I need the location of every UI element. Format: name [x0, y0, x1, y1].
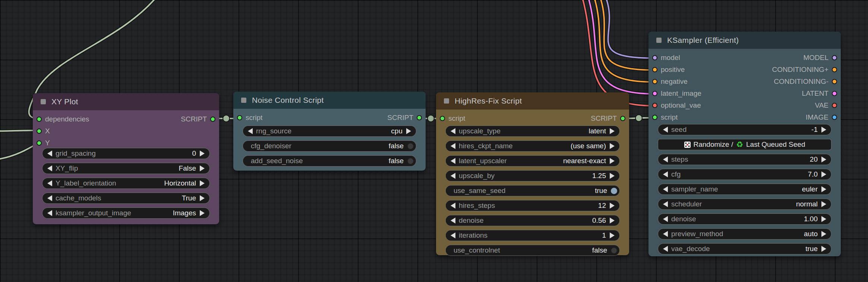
widget-denoise[interactable]: denoise0.56 — [445, 215, 620, 226]
combo-left-arrow-icon[interactable] — [47, 210, 52, 216]
output-slot-dot[interactable] — [832, 115, 837, 120]
link-center-dot[interactable] — [427, 115, 434, 122]
combo-left-arrow-icon[interactable] — [451, 143, 455, 149]
input-slot-dot[interactable] — [37, 140, 42, 146]
output-slot-dot[interactable] — [832, 91, 837, 96]
combo-right-arrow-icon[interactable] — [610, 158, 615, 164]
widget-scheduler[interactable]: schedulernormal — [658, 199, 831, 210]
link-model[interactable] — [606, 0, 654, 58]
toggle-knob[interactable] — [407, 143, 414, 149]
combo-left-arrow-icon[interactable] — [663, 156, 668, 162]
widget-use_controlnet[interactable]: use_controlnetfalse — [445, 245, 620, 256]
combo-right-arrow-icon[interactable] — [821, 156, 826, 162]
input-slot-dot[interactable] — [652, 79, 657, 84]
widget-grid_spacing[interactable]: grid_spacing0 — [42, 148, 210, 159]
output-slot-dot[interactable] — [832, 67, 837, 72]
combo-left-arrow-icon[interactable] — [663, 127, 668, 133]
node-header[interactable]: HighRes-Fix Script — [436, 92, 629, 110]
widget-cfg_denoiser[interactable]: cfg_denoiserfalse — [243, 140, 416, 152]
combo-left-arrow-icon[interactable] — [47, 150, 52, 156]
widget-ksampler_output_image[interactable]: ksampler_output_imageImages — [42, 207, 210, 219]
combo-left-arrow-icon[interactable] — [47, 180, 52, 186]
combo-left-arrow-icon[interactable] — [451, 218, 455, 224]
combo-right-arrow-icon[interactable] — [200, 195, 205, 201]
widget-upscale_by[interactable]: upscale_by1.25 — [445, 170, 620, 181]
input-slot-dot[interactable] — [652, 103, 657, 108]
randomize-last-seed-button[interactable]: Randomize /♻Last Queued Seed — [658, 139, 831, 150]
collapse-box-icon[interactable] — [241, 98, 246, 103]
combo-right-arrow-icon[interactable] — [821, 201, 826, 207]
input-slot-dot[interactable] — [652, 91, 657, 96]
collapse-box-icon[interactable] — [656, 38, 662, 43]
widget-cfg[interactable]: cfg7.0 — [658, 169, 831, 180]
collapse-box-icon[interactable] — [41, 99, 46, 104]
output-slot-dot[interactable] — [832, 79, 837, 84]
node-header[interactable]: XY Plot — [33, 93, 219, 110]
combo-left-arrow-icon[interactable] — [663, 216, 668, 222]
input-slot-dot[interactable] — [37, 117, 42, 122]
output-slot-dot[interactable] — [832, 103, 837, 108]
combo-left-arrow-icon[interactable] — [451, 128, 455, 134]
combo-left-arrow-icon[interactable] — [451, 232, 455, 238]
combo-right-arrow-icon[interactable] — [821, 186, 826, 192]
output-slot-dot[interactable] — [210, 117, 215, 122]
widget-hires_ckpt_name[interactable]: hires_ckpt_name(use same) — [445, 140, 620, 152]
output-slot-dot[interactable] — [620, 116, 625, 121]
widget-denoise[interactable]: denoise1.00 — [658, 213, 831, 225]
widget-use_same_seed[interactable]: use_same_seedtrue — [445, 185, 620, 196]
input-slot-dot[interactable] — [652, 55, 657, 60]
combo-right-arrow-icon[interactable] — [610, 232, 615, 238]
input-slot-dot[interactable] — [237, 115, 242, 120]
combo-right-arrow-icon[interactable] — [610, 143, 615, 149]
combo-right-arrow-icon[interactable] — [610, 203, 615, 209]
combo-left-arrow-icon[interactable] — [451, 158, 455, 164]
combo-left-arrow-icon[interactable] — [663, 231, 668, 237]
widget-add_seed_noise[interactable]: add_seed_noisefalse — [243, 155, 416, 167]
combo-left-arrow-icon[interactable] — [663, 201, 668, 207]
toggle-knob[interactable] — [407, 158, 414, 164]
combo-left-arrow-icon[interactable] — [47, 195, 52, 201]
combo-right-arrow-icon[interactable] — [610, 218, 615, 224]
widget-preview_method[interactable]: preview_methodauto — [658, 228, 831, 240]
combo-left-arrow-icon[interactable] — [663, 171, 668, 177]
input-slot-dot[interactable] — [652, 67, 657, 72]
widget-iterations[interactable]: iterations1 — [445, 230, 620, 241]
input-slot-dot[interactable] — [652, 115, 657, 120]
toggle-knob[interactable] — [611, 247, 617, 254]
node-header[interactable]: Noise Control Script — [233, 92, 426, 109]
combo-left-arrow-icon[interactable] — [663, 186, 668, 192]
combo-right-arrow-icon[interactable] — [821, 171, 826, 177]
node-xy-plot[interactable]: XY PlotdependenciesSCRIPTXYgrid_spacing0… — [33, 93, 219, 224]
widget-rng_source[interactable]: rng_sourcecpu — [243, 126, 416, 137]
combo-left-arrow-icon[interactable] — [47, 165, 52, 171]
widget-vae_decode[interactable]: vae_decodetrue — [658, 243, 831, 254]
combo-right-arrow-icon[interactable] — [610, 173, 615, 179]
widget-seed[interactable]: seed-1 — [658, 124, 831, 135]
combo-right-arrow-icon[interactable] — [610, 128, 615, 134]
combo-right-arrow-icon[interactable] — [821, 127, 826, 133]
input-slot-dot[interactable] — [37, 129, 42, 134]
combo-right-arrow-icon[interactable] — [200, 150, 205, 156]
combo-right-arrow-icon[interactable] — [200, 180, 205, 186]
collapse-box-icon[interactable] — [444, 98, 449, 104]
combo-right-arrow-icon[interactable] — [200, 165, 205, 171]
combo-right-arrow-icon[interactable] — [200, 210, 205, 216]
widget-hires_steps[interactable]: hires_steps12 — [445, 200, 620, 211]
widget-sampler_name[interactable]: sampler_nameeuler — [658, 184, 831, 195]
link-center-dot[interactable] — [223, 115, 230, 122]
combo-left-arrow-icon[interactable] — [663, 246, 668, 252]
output-slot-dot[interactable] — [417, 115, 422, 120]
link-center-dot[interactable] — [635, 115, 642, 121]
widget-XY_flip[interactable]: XY_flipFalse — [42, 163, 210, 174]
widget-latent_upscaler[interactable]: latent_upscalernearest-exact — [445, 155, 620, 167]
widget-cache_models[interactable]: cache_modelsTrue — [42, 193, 210, 204]
combo-left-arrow-icon[interactable] — [451, 173, 455, 179]
node-header[interactable]: KSampler (Efficient) — [648, 32, 841, 49]
combo-left-arrow-icon[interactable] — [451, 203, 455, 209]
input-slot-dot[interactable] — [440, 116, 445, 121]
node-noise-control-script[interactable]: Noise Control ScriptscriptSCRIPTrng_sour… — [233, 92, 426, 171]
widget-upscale_type[interactable]: upscale_typelatent — [445, 126, 620, 137]
output-slot-dot[interactable] — [832, 55, 837, 60]
toggle-knob[interactable] — [611, 188, 617, 194]
combo-right-arrow-icon[interactable] — [821, 216, 826, 222]
